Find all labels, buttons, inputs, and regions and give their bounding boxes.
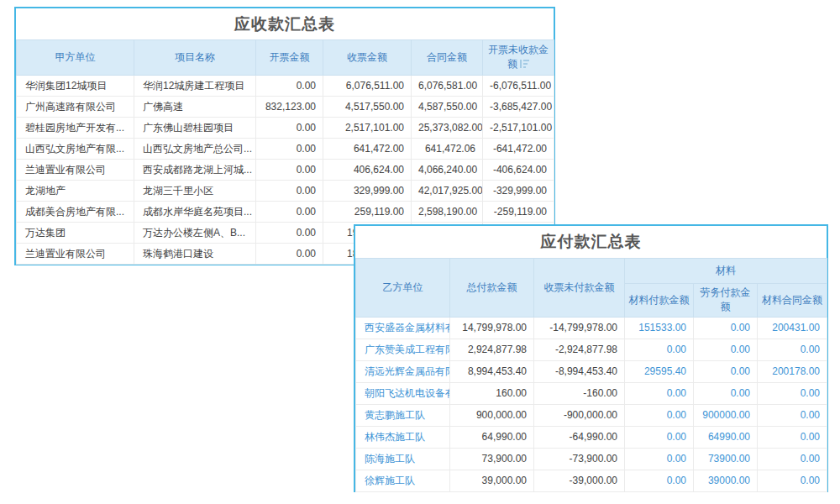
col-group-material: 材料 (625, 259, 827, 284)
table-cell[interactable]: 清远光辉金属品有限 (356, 360, 450, 382)
col-header-total-payment: 总付款金额 (450, 259, 534, 318)
table-row: 广东赞美成工程有限2,924,877.98-2,924,877.980.000.… (356, 339, 827, 360)
table-cell: -73,900.00 (534, 448, 625, 470)
table-row: 徐辉施工队39,000.00-39,000.000.0039000.000.00 (356, 470, 827, 491)
table-cell: 兰迪置业有限公司 (17, 160, 134, 181)
table-cell: 39000.00 (694, 470, 758, 491)
payables-header: 乙方单位 总付款金额 收票未付款金额 材料 材料付款金额 劳务付款金额 材料合同… (356, 259, 827, 318)
table-cell: -8,994,453.40 (534, 360, 625, 382)
table-cell: 广东佛山碧桂园项目 (134, 118, 256, 139)
table-cell: 8,994,453.40 (450, 360, 534, 382)
table-cell[interactable]: 西安盛器金属材料有 (356, 317, 450, 339)
col-header-labor-payment: 劳务付款金额 (694, 284, 758, 318)
table-cell: -329,999.00 (483, 181, 554, 202)
table-cell: 2,598,190.00 (412, 202, 483, 223)
col-header-invoiced-unreceived[interactable]: 开票未收款金额 (483, 40, 554, 76)
col-header-invoiced-unreceived-label: 开票未收款金额 (488, 44, 549, 70)
table-cell: 0.00 (758, 382, 827, 404)
table-cell: -406,624.00 (483, 160, 554, 181)
table-cell: 0.00 (256, 181, 323, 202)
table-cell: 200178.00 (758, 360, 827, 382)
table-cell[interactable]: 陈海施工队 (356, 448, 450, 470)
table-row: 陈海施工队73,900.00-73,900.000.0073900.000.00 (356, 448, 827, 470)
table-cell[interactable]: 徐辉施工队 (356, 470, 450, 491)
table-cell[interactable]: 黄志鹏施工队 (356, 404, 450, 426)
table-row: 山西弘文房地产有限...山西弘文房地产总公司...0.00641,472.006… (17, 139, 554, 160)
table-cell: 成都美合房地产有限... (17, 202, 134, 223)
col-header-receipt-amount: 收票金额 (323, 40, 412, 76)
table-cell: 0.00 (256, 244, 323, 265)
table-row: 成都美合房地产有限...成都水岸华庭名苑项目...0.00259,119.002… (17, 202, 554, 223)
table-cell: 西安成都路龙湖上河城... (134, 160, 256, 181)
table-row: 朝阳飞达机电设备有160.00-160.000.000.000.00 (356, 382, 827, 404)
table-cell: -3,685,427.00 (483, 97, 554, 118)
table-cell: -6,076,511.00 (483, 76, 554, 97)
table-cell: 406,624.00 (323, 160, 412, 181)
payables-title: 应付款汇总表 (355, 226, 827, 258)
table-cell: 151533.00 (625, 317, 694, 339)
table-cell: -259,119.00 (483, 202, 554, 223)
table-cell: 73,900.00 (450, 448, 534, 470)
table-cell: 兰迪置业有限公司 (17, 244, 134, 265)
table-cell: 广佛高速 (134, 97, 256, 118)
table-cell: 成都水岸华庭名苑项目... (134, 202, 256, 223)
table-cell: 0.00 (256, 223, 323, 244)
receivables-title: 应收款汇总表 (16, 8, 554, 39)
table-cell: 0.00 (625, 404, 694, 426)
sort-icon[interactable] (520, 58, 529, 72)
table-cell: 0.00 (256, 139, 323, 160)
table-cell: 73900.00 (694, 448, 758, 470)
table-cell: 0.00 (256, 160, 323, 181)
table-cell: 0.00 (625, 382, 694, 404)
table-cell: -2,517,101.00 (483, 118, 554, 139)
table-cell: 山西弘文房地产有限... (17, 139, 134, 160)
table-row: 碧桂园房地产开发有...广东佛山碧桂园项目0.002,517,101.0025,… (17, 118, 554, 139)
table-cell: 900,000.00 (450, 404, 534, 426)
table-cell: 2,924,877.98 (450, 339, 534, 360)
table-cell: 4,066,240.00 (412, 160, 483, 181)
receivables-header: 甲方单位 项目名称 开票金额 收票金额 合同金额 开票未收款金额 (17, 40, 554, 76)
table-row: 清远光辉金属品有限8,994,453.40-8,994,453.4029595.… (356, 360, 827, 382)
table-cell: 0.00 (694, 382, 758, 404)
table-cell[interactable]: 林伟杰施工队 (356, 426, 450, 448)
table-cell: -39,000.00 (534, 470, 625, 491)
table-cell: 259,119.00 (323, 202, 412, 223)
table-cell: 万达集团 (17, 223, 134, 244)
table-cell: 6,076,581.00 (412, 76, 483, 97)
table-row: 黄志鹏施工队900,000.00-900,000.000.00900000.00… (356, 404, 827, 426)
table-cell: 64,990.00 (450, 426, 534, 448)
table-cell: 0.00 (694, 317, 758, 339)
col-header-party-a: 甲方单位 (17, 40, 134, 76)
table-cell: 0.00 (625, 339, 694, 360)
table-cell: 4,517,550.00 (323, 97, 412, 118)
table-cell: 64990.00 (694, 426, 758, 448)
table-row: 兰迪置业有限公司西安成都路龙湖上河城...0.00406,624.004,066… (17, 160, 554, 181)
col-header-contract-amount: 合同金额 (412, 40, 483, 76)
table-cell: -2,924,877.98 (534, 339, 625, 360)
table-cell: 0.00 (256, 118, 323, 139)
col-header-receipt-unpaid: 收票未付款金额 (534, 259, 625, 318)
table-cell: 39,000.00 (450, 470, 534, 491)
table-cell: 641,472.00 (323, 139, 412, 160)
table-cell: 龙湖地产 (17, 181, 134, 202)
table-cell: 0.00 (758, 470, 827, 491)
table-cell: 华润12城房建工程项目 (134, 76, 256, 97)
col-header-material-contract: 材料合同金额 (758, 284, 827, 318)
col-header-invoice-amount: 开票金额 (256, 40, 323, 76)
table-row: 华润集团12城项目华润12城房建工程项目0.006,076,511.006,07… (17, 76, 554, 97)
table-cell: -64,990.00 (534, 426, 625, 448)
table-cell: 329,999.00 (323, 181, 412, 202)
table-row: 广州高速路有限公司广佛高速832,123.004,517,550.004,587… (17, 97, 554, 118)
table-cell: -14,799,978.00 (534, 317, 625, 339)
table-cell: 0.00 (694, 360, 758, 382)
table-cell: 42,017,925.00 (412, 181, 483, 202)
table-cell: 200431.00 (758, 317, 827, 339)
table-cell: 山西弘文房地产总公司... (134, 139, 256, 160)
table-cell: 900000.00 (694, 404, 758, 426)
table-cell: 832,123.00 (256, 97, 323, 118)
table-cell: 0.00 (758, 339, 827, 360)
table-cell: 6,076,511.00 (323, 76, 412, 97)
table-cell[interactable]: 广东赞美成工程有限 (356, 339, 450, 360)
table-cell[interactable]: 朝阳飞达机电设备有 (356, 382, 450, 404)
table-cell: 0.00 (625, 470, 694, 491)
